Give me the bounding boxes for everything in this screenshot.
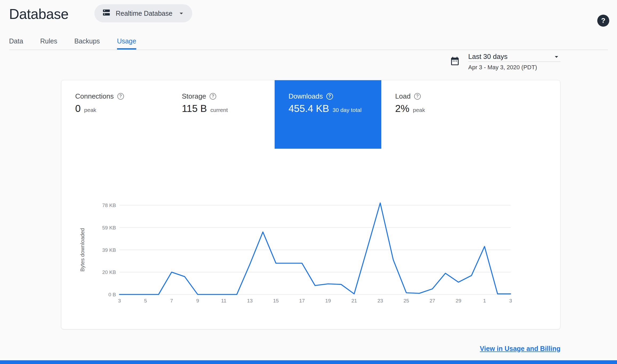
date-range-dropdown[interactable]: Last 30 days	[468, 52, 560, 62]
view-usage-billing-link[interactable]: View in Usage and Billing	[480, 345, 560, 353]
date-range-selector: Last 30 days Apr 3 - May 3, 2020 (PDT)	[468, 52, 560, 71]
tab-backups[interactable]: Backups	[74, 33, 100, 50]
question-mark-glyph: ?	[416, 94, 419, 99]
help-icon[interactable]: ?	[414, 93, 421, 100]
chevron-down-icon	[177, 9, 185, 17]
x-tick-label: 3	[509, 298, 512, 304]
metric-unit: peak	[84, 107, 97, 113]
x-tick-label: 5	[144, 298, 147, 304]
x-tick-label: 3	[118, 298, 121, 304]
x-tick-label: 9	[196, 298, 199, 304]
question-mark-glyph: ?	[212, 94, 214, 99]
metric-value: 2%	[395, 103, 409, 115]
help-icon[interactable]: ?	[210, 93, 216, 100]
tab-usage[interactable]: Usage	[117, 33, 136, 50]
metric-tiles: Connections ? 0 peak Storage ? 115 B cur…	[61, 80, 488, 149]
usage-card: Connections ? 0 peak Storage ? 115 B cur…	[61, 80, 560, 329]
date-range-label: Last 30 days	[468, 52, 507, 61]
database-usage-page: Database Realtime Database ? Data Rules …	[0, 0, 617, 364]
page-title: Database	[9, 5, 69, 23]
bottom-accent-bar	[0, 360, 617, 364]
date-range-detail: Apr 3 - May 3, 2020 (PDT)	[468, 64, 560, 71]
metric-tile-load[interactable]: Load ? 2% peak	[381, 80, 488, 149]
y-axis-title: Bytes downloaded	[79, 228, 85, 272]
database-selector-label: Realtime Database	[116, 10, 173, 17]
metric-unit: 30 day total	[332, 107, 362, 113]
help-icon[interactable]: ?	[326, 93, 333, 100]
help-icon[interactable]: ?	[117, 93, 124, 100]
x-tick-label: 17	[299, 298, 305, 304]
x-tick-label: 15	[273, 298, 279, 304]
y-tick-label: 59 KB	[102, 225, 116, 230]
y-tick-label: 20 KB	[102, 269, 116, 275]
calendar-icon	[450, 56, 460, 66]
tab-data[interactable]: Data	[9, 33, 23, 50]
metric-value: 455.4 KB	[289, 103, 329, 115]
question-mark-glyph: ?	[119, 94, 122, 99]
y-tick-label: 0 B	[108, 292, 116, 297]
x-tick-label: 25	[403, 298, 409, 304]
metric-label: Downloads	[289, 92, 323, 100]
chevron-down-icon	[552, 53, 560, 61]
x-tick-label: 1	[483, 298, 486, 304]
x-tick-label: 23	[377, 298, 383, 304]
x-tick-label: 7	[170, 298, 173, 304]
question-mark-glyph: ?	[601, 17, 606, 25]
database-icon	[102, 8, 111, 19]
question-mark-glyph: ?	[328, 94, 331, 99]
downloads-line-series	[119, 203, 511, 294]
metric-label: Connections	[75, 92, 114, 100]
downloads-chart: 0 B20 KB39 KB59 KB78 KB35791113151719212…	[77, 197, 520, 312]
metric-label: Load	[395, 92, 411, 100]
help-button[interactable]: ?	[597, 15, 609, 27]
metric-tile-downloads[interactable]: Downloads ? 455.4 KB 30 day total	[275, 80, 381, 149]
metric-unit: current	[210, 107, 228, 113]
metric-value: 0	[75, 103, 81, 115]
metric-tile-storage[interactable]: Storage ? 115 B current	[168, 80, 275, 149]
metric-unit: peak	[413, 107, 425, 113]
metric-value: 115 B	[182, 103, 207, 115]
y-tick-label: 39 KB	[102, 247, 116, 253]
metric-label: Storage	[182, 92, 206, 100]
x-tick-label: 21	[351, 298, 357, 304]
x-tick-label: 27	[430, 298, 435, 304]
tab-bar: Data Rules Backups Usage	[9, 33, 608, 50]
metric-tile-connections[interactable]: Connections ? 0 peak	[61, 80, 168, 149]
y-tick-label: 78 KB	[102, 203, 116, 208]
database-selector[interactable]: Realtime Database	[94, 4, 192, 22]
x-tick-label: 19	[325, 298, 331, 304]
tab-rules[interactable]: Rules	[40, 33, 57, 50]
x-tick-label: 11	[221, 298, 226, 304]
x-tick-label: 29	[456, 298, 461, 304]
x-tick-label: 13	[247, 298, 253, 304]
